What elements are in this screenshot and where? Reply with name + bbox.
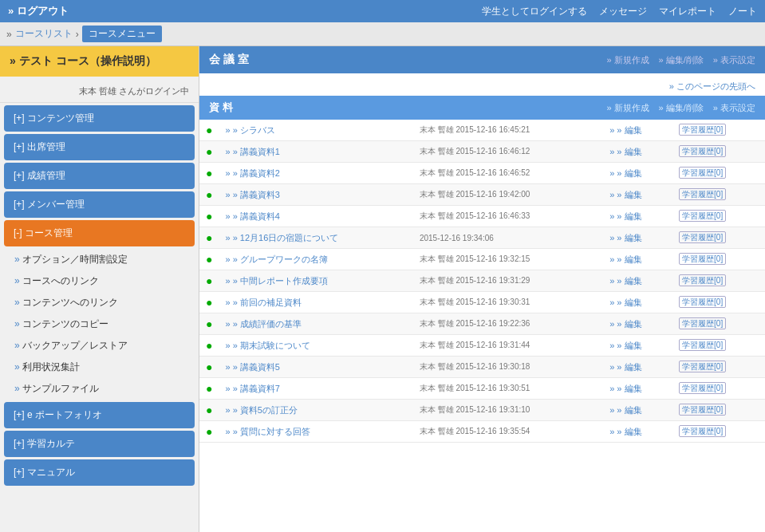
edit-link[interactable]: » 編集: [603, 313, 672, 335]
edit-link[interactable]: » 編集: [603, 184, 672, 206]
history-link[interactable]: 学習履歴[0]: [672, 227, 765, 249]
sidebar-sub-sample[interactable]: サンプルファイル: [0, 378, 199, 400]
resource-link[interactable]: » シラバス: [225, 125, 274, 135]
edit-action[interactable]: » 編集: [609, 211, 641, 221]
edit-link[interactable]: » 編集: [603, 120, 672, 141]
edit-link[interactable]: » 編集: [603, 378, 672, 400]
resource-link[interactable]: » 講義資料2: [225, 168, 279, 178]
edit-action[interactable]: » 編集: [609, 147, 641, 156]
sidebar-item-eportfolio[interactable]: [+] e ポートフォリオ: [4, 402, 195, 428]
history-action[interactable]: 学習履歴[0]: [679, 425, 726, 437]
breadcrumb-course-list[interactable]: コースリスト: [15, 27, 73, 41]
history-link[interactable]: 学習履歴[0]: [672, 335, 765, 357]
resource-link[interactable]: » 資料5の訂正分: [225, 405, 297, 415]
edit-link[interactable]: » 編集: [603, 292, 672, 313]
edit-link[interactable]: » 編集: [603, 249, 672, 270]
history-action[interactable]: 学習履歴[0]: [679, 382, 726, 394]
messages-link[interactable]: メッセージ: [599, 5, 647, 18]
history-action[interactable]: 学習履歴[0]: [679, 145, 726, 157]
edit-action[interactable]: » 編集: [609, 384, 641, 393]
edit-action[interactable]: » 編集: [609, 319, 641, 329]
resource-link[interactable]: » 前回の補足資料: [225, 298, 301, 307]
history-action[interactable]: 学習履歴[0]: [679, 188, 726, 200]
history-action[interactable]: 学習履歴[0]: [679, 231, 726, 243]
resource-link[interactable]: » グループワークの名簿: [225, 254, 327, 264]
student-login-link[interactable]: 学生としてログインする: [482, 5, 587, 18]
history-action[interactable]: 学習履歴[0]: [679, 339, 726, 351]
sidebar-item-course-mgmt[interactable]: [-] コース管理: [4, 220, 195, 246]
sidebar-item-content-mgmt[interactable]: [+] コンテンツ管理: [4, 105, 195, 132]
edit-link[interactable]: » 編集: [603, 357, 672, 378]
meeting-room-new-create[interactable]: 新規作成: [606, 54, 649, 66]
history-action[interactable]: 学習履歴[0]: [679, 253, 726, 265]
sidebar-item-learning-card[interactable]: [+] 学習カルテ: [4, 431, 195, 457]
resource-link[interactable]: » 質問に対する回答: [225, 427, 310, 436]
resource-link[interactable]: » 講義資料3: [225, 190, 279, 199]
sidebar-item-member-mgmt[interactable]: [+] メンバー管理: [4, 191, 195, 218]
breadcrumb-course-menu[interactable]: コースメニュー: [82, 26, 162, 42]
history-link[interactable]: 学習履歴[0]: [672, 270, 765, 292]
edit-link[interactable]: » 編集: [603, 400, 672, 421]
history-action[interactable]: 学習履歴[0]: [679, 210, 726, 222]
sidebar-sub-course-link[interactable]: コースへのリンク: [0, 270, 199, 292]
edit-link[interactable]: » 編集: [603, 227, 672, 249]
edit-action[interactable]: » 編集: [609, 298, 641, 307]
edit-link[interactable]: » 編集: [603, 206, 672, 227]
sidebar-sub-content-copy[interactable]: コンテンツのコピー: [0, 313, 199, 335]
edit-link[interactable]: » 編集: [603, 141, 672, 163]
resource-edit-delete[interactable]: 編集/削除: [659, 102, 704, 114]
history-link[interactable]: 学習履歴[0]: [672, 249, 765, 270]
resource-link[interactable]: » 講義資料7: [225, 384, 279, 393]
resource-link[interactable]: » 講義資料1: [225, 147, 279, 156]
sidebar-sub-content-link[interactable]: コンテンツへのリンク: [0, 292, 199, 313]
resource-link[interactable]: » 中間レポート作成要項: [225, 276, 327, 286]
history-action[interactable]: 学習履歴[0]: [679, 317, 726, 329]
history-link[interactable]: 学習履歴[0]: [672, 400, 765, 421]
edit-action[interactable]: » 編集: [609, 254, 641, 264]
edit-link[interactable]: » 編集: [603, 421, 672, 443]
edit-action[interactable]: » 編集: [609, 341, 641, 350]
history-action[interactable]: 学習履歴[0]: [679, 296, 726, 308]
history-link[interactable]: 学習履歴[0]: [672, 120, 765, 141]
edit-action[interactable]: » 編集: [609, 125, 641, 135]
history-action[interactable]: 学習履歴[0]: [679, 361, 726, 372]
history-action[interactable]: 学習履歴[0]: [679, 404, 726, 416]
resource-new-create[interactable]: 新規作成: [606, 102, 649, 114]
resource-link[interactable]: » 講義資料4: [225, 211, 279, 221]
history-link[interactable]: 学習履歴[0]: [672, 184, 765, 206]
sidebar-sub-backup[interactable]: バックアップ／レストア: [0, 335, 199, 357]
meeting-room-display-settings[interactable]: 表示設定: [713, 54, 755, 66]
history-link[interactable]: 学習履歴[0]: [672, 421, 765, 443]
history-link[interactable]: 学習履歴[0]: [672, 313, 765, 335]
resource-link[interactable]: » 12月16日の宿題について: [225, 233, 338, 242]
sidebar-item-grade-mgmt[interactable]: [+] 成績管理: [4, 163, 195, 189]
my-report-link[interactable]: マイレポート: [659, 5, 716, 18]
logout-button[interactable]: »ログアウト: [8, 4, 69, 18]
edit-action[interactable]: » 編集: [609, 168, 641, 178]
sidebar-sub-usage[interactable]: 利用状況集計: [0, 357, 199, 378]
edit-action[interactable]: » 編集: [609, 405, 641, 415]
history-link[interactable]: 学習履歴[0]: [672, 378, 765, 400]
edit-link[interactable]: » 編集: [603, 270, 672, 292]
resource-link[interactable]: » 期末試験について: [225, 341, 310, 350]
sidebar-sub-options[interactable]: オプション／時間割設定: [0, 249, 199, 270]
edit-action[interactable]: » 編集: [609, 276, 641, 286]
history-action[interactable]: 学習履歴[0]: [679, 274, 726, 286]
sidebar-item-manual[interactable]: [+] マニュアル: [4, 459, 195, 486]
resource-link[interactable]: » 成績評価の基準: [225, 319, 301, 329]
page-top-link[interactable]: » このページの先頭へ: [199, 77, 765, 96]
history-action[interactable]: 学習履歴[0]: [679, 167, 726, 179]
resource-link[interactable]: » 講義資料5: [225, 362, 279, 372]
resource-display-settings[interactable]: 表示設定: [713, 102, 755, 114]
edit-link[interactable]: » 編集: [603, 163, 672, 184]
history-link[interactable]: 学習履歴[0]: [672, 206, 765, 227]
notes-link[interactable]: ノート: [728, 5, 757, 18]
edit-link[interactable]: » 編集: [603, 335, 672, 357]
sidebar-item-attendance-mgmt[interactable]: [+] 出席管理: [4, 134, 195, 160]
history-link[interactable]: 学習履歴[0]: [672, 163, 765, 184]
history-link[interactable]: 学習履歴[0]: [672, 141, 765, 163]
history-link[interactable]: 学習履歴[0]: [672, 292, 765, 313]
edit-action[interactable]: » 編集: [609, 233, 641, 242]
history-action[interactable]: 学習履歴[0]: [679, 124, 726, 136]
history-link[interactable]: 学習履歴[0]: [672, 357, 765, 378]
